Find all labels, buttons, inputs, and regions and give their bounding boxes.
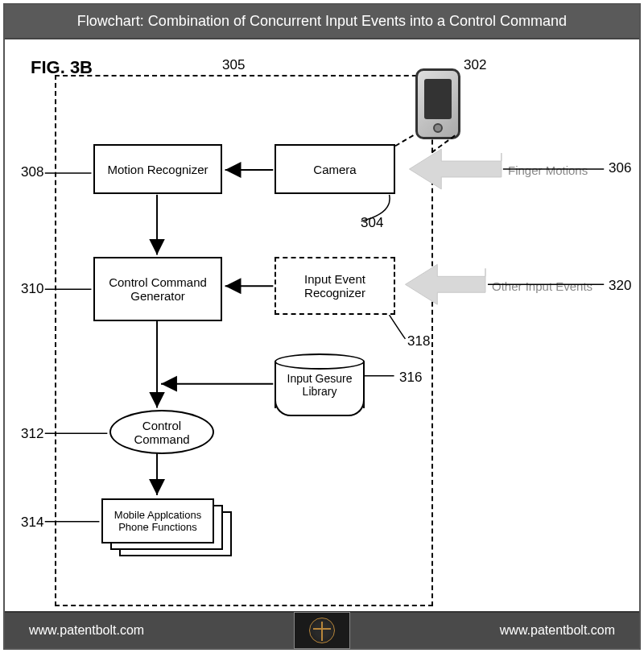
ref-306: 306 (609, 160, 631, 176)
footer-left: www.patentbolt.com (29, 623, 144, 638)
ccg-label: Control Command Generator (109, 275, 207, 303)
phone-device (415, 68, 460, 139)
ref-320: 320 (609, 278, 631, 294)
control-command-ellipse: Control Command (109, 410, 214, 454)
footer-logo-box (294, 612, 350, 649)
vitruvian-icon (309, 618, 335, 643)
ref-318: 318 (407, 333, 430, 349)
title-text: Flowchart: Combination of Concurrent Inp… (77, 13, 567, 29)
phone-home-button-icon (433, 123, 443, 133)
footer-right: www.patentbolt.com (500, 623, 615, 638)
camera-label: Camera (313, 163, 356, 176)
ref-314: 314 (21, 515, 43, 531)
mobile-apps-label: Mobile Applcations Phone Functions (114, 509, 201, 533)
ier-label: Input Event Recognizer (304, 272, 365, 300)
cylinder-bottom (275, 400, 365, 416)
input-gesture-library-cylinder: Input Gesure Library (275, 353, 365, 416)
cc-label: Control Command (134, 419, 189, 446)
phone-screen-icon (424, 79, 452, 119)
outer-frame: Flowchart: Combination of Concurrent Inp… (3, 3, 641, 650)
ref-312: 312 (21, 426, 43, 442)
ref-302: 302 (464, 57, 486, 73)
mobile-apps-stack: Mobile Applcations Phone Functions (101, 498, 233, 561)
footer-bar: www.patentbolt.com www.patentbolt.com (5, 611, 639, 648)
doc-front: Mobile Applcations Phone Functions (101, 498, 214, 543)
ref-316: 316 (399, 370, 422, 386)
control-command-generator-block: Control Command Generator (93, 257, 222, 321)
igl-label: Input Gesure Library (287, 372, 353, 398)
diagram-area: FIG. 3B Camera Motion Recognizer Control… (5, 39, 639, 616)
motion-recognizer-label: Motion Recognizer (107, 163, 208, 176)
ref-308: 308 (21, 164, 43, 180)
phone-body (415, 68, 460, 139)
ref-305: 305 (222, 57, 245, 73)
title-bar: Flowchart: Combination of Concurrent Inp… (5, 5, 639, 39)
camera-block: Camera (275, 144, 395, 194)
finger-motions-label: Finger Motions (508, 163, 588, 177)
ref-310: 310 (21, 281, 43, 297)
cylinder-top (275, 353, 365, 370)
other-input-events-label: Other Input Events (492, 279, 592, 293)
input-event-recognizer-block: Input Event Recognizer (275, 257, 395, 315)
motion-recognizer-block: Motion Recognizer (93, 144, 222, 194)
ref-304: 304 (361, 215, 383, 231)
